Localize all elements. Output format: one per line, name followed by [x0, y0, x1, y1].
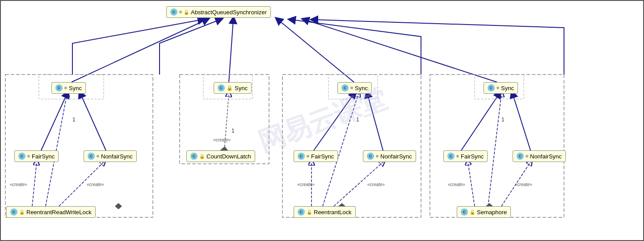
class-icon-sync3: C [341, 84, 349, 91]
label-rrwl: ReentrantReadWriteLock [26, 209, 92, 216]
svg-line-19 [334, 162, 383, 206]
svg-line-23 [224, 94, 229, 150]
svg-rect-26 [282, 75, 421, 217]
diagram-container: C 🔓 AbstractQueuedSynchronizer C Sync C … [0, 0, 644, 241]
dot-nonfair3 [526, 155, 528, 158]
svg-line-4 [72, 20, 206, 82]
svg-text:1: 1 [72, 116, 76, 123]
svg-line-16 [59, 162, 104, 206]
dot-fair2 [307, 155, 309, 158]
svg-line-17 [323, 94, 358, 206]
svg-line-13 [513, 94, 530, 150]
box-fair3: C FairSync [443, 150, 488, 162]
label-aqs: AbstractQueuedSynchronizer [191, 9, 267, 16]
class-icon-nonfair1: C [88, 153, 95, 160]
box-rl: C 🔓 ReentrantLock [294, 206, 356, 218]
svg-line-8 [41, 94, 67, 150]
class-icon-sync1: C [55, 84, 63, 91]
class-icon-sem: C [461, 208, 468, 216]
dot-aqs [179, 11, 182, 13]
svg-text:«create»: «create» [10, 182, 27, 187]
svg-line-12 [461, 94, 499, 150]
dot-nonfair2 [376, 155, 379, 158]
dot-fair3 [456, 155, 459, 158]
dot-sync3 [350, 87, 353, 89]
svg-text:1: 1 [232, 128, 235, 134]
label-fair2: FairSync [311, 153, 334, 160]
svg-line-9 [80, 94, 106, 150]
class-icon-cdl: C [190, 153, 198, 160]
class-icon-rrwl: C [10, 208, 17, 216]
class-icon-fair1: C [18, 153, 25, 160]
svg-text:«create»: «create» [213, 137, 231, 142]
svg-rect-24 [5, 75, 153, 217]
svg-text:1: 1 [356, 116, 359, 123]
class-icon-sync4: C [488, 84, 495, 91]
label-fair3: FairSync [461, 153, 484, 160]
box-sync1: C Sync [51, 82, 86, 94]
svg-text:«create»: «create» [448, 182, 465, 187]
svg-line-10 [314, 94, 354, 150]
label-cdl: CountDownLatch [206, 153, 251, 160]
class-icon-sync2: C [218, 84, 225, 91]
svg-line-5 [229, 20, 233, 82]
svg-line-21 [468, 162, 475, 206]
svg-text:«create»: «create» [297, 182, 315, 187]
svg-line-7 [305, 20, 497, 82]
class-icon-rl: C [298, 208, 305, 216]
label-rl: ReentrantLock [314, 209, 352, 216]
class-icon-nonfair3: C [517, 153, 524, 160]
dot-sync4 [497, 87, 499, 89]
svg-line-15 [32, 162, 37, 206]
class-icon-fair3: C [447, 153, 455, 160]
label-sync3: Sync [355, 85, 368, 91]
dot-nonfair1 [97, 155, 99, 158]
box-sync2: C 🔒 Sync [214, 82, 252, 94]
dot-fair1 [27, 155, 30, 158]
class-icon-nonfair2: C [367, 153, 374, 160]
svg-marker-39 [115, 203, 122, 209]
box-nonfair1: C NonfairSync [84, 150, 137, 162]
label-fair1: FairSync [32, 153, 55, 160]
box-nonfair2: C NonfairSync [363, 150, 416, 162]
svg-text:«create»: «create» [515, 182, 532, 187]
box-rrwl: C 🔓 ReentrantReadWriteLock [6, 206, 96, 218]
svg-line-11 [367, 94, 383, 150]
svg-line-14 [46, 94, 67, 206]
label-nonfair2: NonfairSync [380, 153, 412, 160]
box-fair2: C FairSync [294, 150, 338, 162]
box-sem: C 🔓 Semaphore [457, 206, 511, 218]
dot-sync1 [64, 87, 67, 89]
box-fair1: C FairSync [14, 150, 59, 162]
class-icon-aqs: C [170, 8, 177, 16]
svg-line-22 [501, 162, 530, 206]
arrows-svg: 1 1 1 1 «create» «create» «create» «crea… [1, 1, 643, 240]
svg-line-20 [488, 94, 501, 206]
label-sync1: Sync [69, 85, 82, 91]
box-cdl: C 🔓 CountDownLatch [186, 150, 255, 162]
svg-text:«create»: «create» [367, 182, 385, 187]
box-sync4: C Sync [484, 82, 518, 94]
box-nonfair3: C NonfairSync [513, 150, 566, 162]
label-sem: Semaphore [477, 209, 507, 216]
box-aqs: C 🔓 AbstractQueuedSynchronizer [166, 6, 271, 18]
label-sync2: Sync [235, 85, 248, 91]
box-sync3: C Sync [337, 82, 372, 94]
svg-line-6 [278, 20, 354, 82]
svg-text:«create»: «create» [87, 182, 104, 187]
label-nonfair1: NonfairSync [101, 153, 133, 160]
label-nonfair3: NonfairSync [530, 153, 562, 160]
label-sync4: Sync [501, 85, 514, 91]
svg-text:1: 1 [501, 116, 505, 123]
svg-rect-27 [430, 75, 564, 217]
class-icon-fair2: C [298, 153, 305, 160]
